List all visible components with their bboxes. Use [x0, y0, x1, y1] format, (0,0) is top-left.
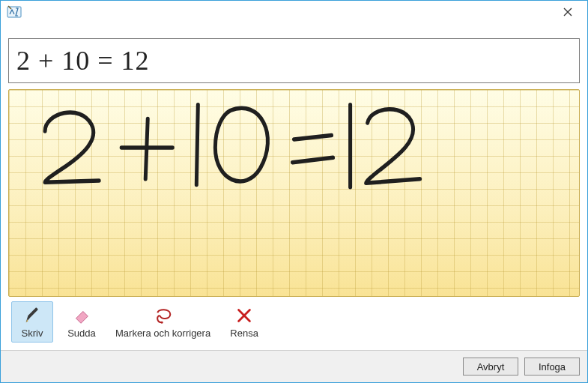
handwriting-canvas[interactable]	[8, 89, 580, 297]
app-icon	[7, 4, 22, 19]
clear-x-icon	[234, 305, 255, 326]
svg-rect-0	[7, 7, 21, 17]
tool-clear[interactable]: Rensa	[223, 301, 265, 343]
tool-write[interactable]: Skriv	[11, 301, 53, 343]
tool-toolbar: Skriv Sudda	[8, 297, 580, 350]
cancel-button[interactable]: Avbryt	[463, 358, 518, 376]
svg-point-1	[160, 322, 163, 324]
tool-erase[interactable]: Sudda	[61, 301, 103, 343]
ink-strokes	[9, 90, 579, 296]
tool-erase-label: Sudda	[67, 328, 96, 339]
insert-button[interactable]: Infoga	[524, 358, 580, 376]
eraser-icon	[71, 305, 92, 326]
lasso-icon	[153, 305, 174, 326]
pen-icon	[22, 305, 43, 326]
close-button[interactable]	[553, 1, 583, 22]
content-area: 2 + 10 = 12	[1, 23, 587, 350]
tool-write-label: Skriv	[22, 328, 43, 339]
math-input-window: 2 + 10 = 12	[0, 0, 588, 383]
tool-select-correct-label: Markera och korrigera	[115, 328, 210, 339]
recognized-formula-display: 2 + 10 = 12	[8, 38, 580, 83]
title-bar	[1, 1, 587, 23]
dialog-footer: Avbryt Infoga	[1, 350, 587, 382]
tool-select-correct[interactable]: Markera och korrigera	[110, 301, 216, 343]
tool-clear-label: Rensa	[230, 328, 258, 339]
